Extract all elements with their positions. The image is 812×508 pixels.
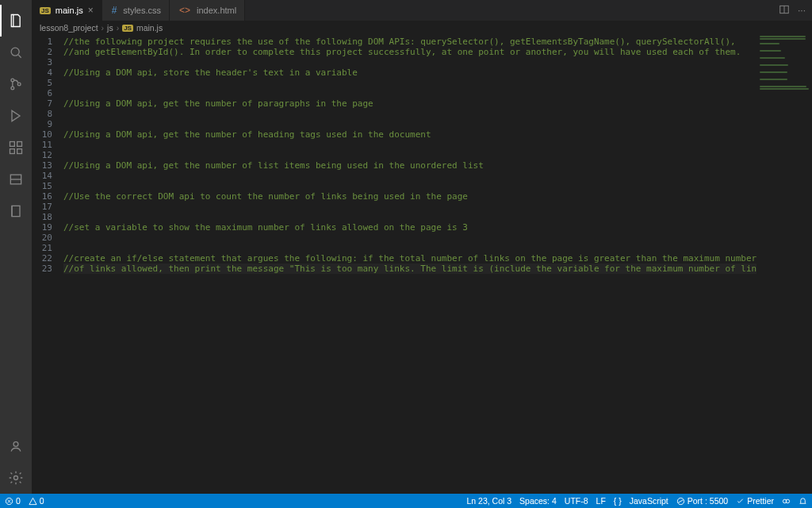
status-bell-icon[interactable] — [799, 497, 807, 506]
breadcrumb-file[interactable]: main.js — [136, 23, 163, 33]
chevron-right-icon: › — [102, 23, 105, 33]
panel-icon[interactable] — [0, 164, 32, 195]
status-encoding[interactable]: UTF-8 — [565, 496, 588, 506]
file-lang-badge: <> — [178, 5, 192, 16]
split-editor-icon[interactable] — [779, 4, 790, 17]
breadcrumb-root[interactable]: lesson8_project — [40, 23, 98, 33]
status-errors[interactable]: 0 — [5, 496, 21, 506]
status-cursor-position[interactable]: Ln 23, Col 3 — [466, 496, 511, 506]
editor-group: JS main.js × # styles.css <> index.html … — [32, 0, 812, 494]
svg-rect-6 — [10, 149, 15, 154]
status-warnings[interactable]: 0 — [29, 496, 44, 506]
svg-point-1 — [11, 79, 14, 82]
status-feedback-icon[interactable] — [782, 497, 791, 506]
more-actions-icon[interactable]: ··· — [798, 5, 806, 16]
tab-main-js[interactable]: JS main.js × — [32, 0, 102, 21]
status-language-mode[interactable]: JavaScript — [630, 496, 668, 506]
tab-index-html[interactable]: <> index.html — [170, 0, 245, 21]
tab-label: main.js — [56, 6, 83, 15]
status-port-label: Port : 5500 — [688, 496, 728, 506]
svg-point-0 — [11, 48, 19, 56]
file-lang-badge: JS — [40, 7, 51, 14]
line-number-gutter: 1234567891011121314151617181920212223 — [32, 35, 63, 494]
status-eol[interactable]: LF — [596, 496, 606, 506]
extensions-icon[interactable] — [0, 132, 32, 164]
search-icon[interactable] — [0, 37, 32, 68]
run-debug-icon[interactable] — [0, 100, 32, 132]
settings-gear-icon[interactable] — [0, 462, 32, 494]
activity-bar — [0, 0, 32, 494]
tab-bar: JS main.js × # styles.css <> index.html … — [32, 0, 812, 21]
svg-point-10 — [13, 442, 18, 447]
status-prettier-label: Prettier — [747, 496, 774, 506]
status-warnings-count: 0 — [40, 496, 44, 506]
svg-rect-5 — [17, 142, 22, 147]
explorer-icon[interactable] — [0, 5, 32, 37]
svg-point-2 — [11, 87, 14, 90]
status-bracket-pair[interactable]: { } — [614, 496, 622, 506]
status-bar: 0 0 Ln 23, Col 3 Spaces: 4 UTF-8 LF { } … — [0, 494, 812, 508]
svg-point-3 — [17, 83, 21, 86]
status-prettier[interactable]: Prettier — [736, 496, 774, 506]
status-indentation[interactable]: Spaces: 4 — [519, 496, 557, 506]
chevron-right-icon: › — [117, 23, 120, 33]
svg-rect-4 — [10, 142, 15, 147]
svg-rect-7 — [17, 149, 22, 154]
source-control-icon[interactable] — [0, 68, 32, 100]
status-live-server[interactable]: Port : 5500 — [676, 496, 728, 506]
tab-styles-css[interactable]: # styles.css — [102, 0, 170, 21]
code-editor[interactable]: //the following project requires the use… — [63, 35, 812, 494]
book-icon[interactable] — [0, 195, 32, 227]
file-lang-badge: JS — [122, 25, 133, 32]
status-errors-count: 0 — [16, 496, 21, 506]
account-icon[interactable] — [0, 430, 32, 462]
minimap[interactable] — [756, 35, 812, 494]
tab-label: index.html — [197, 6, 236, 15]
close-icon[interactable]: × — [88, 5, 94, 16]
svg-point-11 — [14, 476, 18, 480]
breadcrumb[interactable]: lesson8_project › js › JS main.js — [32, 21, 812, 35]
file-lang-badge: # — [110, 5, 119, 16]
svg-rect-9 — [12, 206, 20, 216]
tab-label: styles.css — [123, 6, 161, 15]
breadcrumb-folder[interactable]: js — [107, 23, 113, 33]
